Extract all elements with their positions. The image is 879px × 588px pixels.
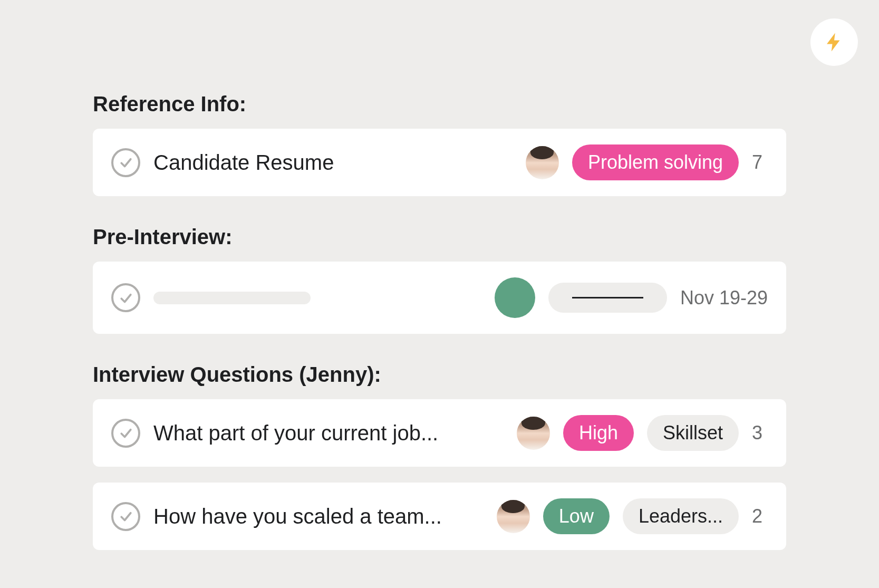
check-icon — [118, 425, 134, 441]
complete-task-checkbox[interactable] — [111, 419, 140, 448]
task-row[interactable]: Candidate Resume Problem solving 7 — [93, 129, 786, 196]
automation-fab[interactable] — [810, 18, 858, 66]
task-row[interactable]: How have you scaled a team... Low Leader… — [93, 483, 786, 550]
assignee-avatar[interactable] — [526, 146, 559, 179]
tag-pill[interactable]: Skillset — [647, 415, 739, 451]
subtask-count: 2 — [752, 505, 768, 527]
assignee-avatar[interactable] — [517, 417, 550, 450]
check-icon — [118, 290, 134, 306]
task-name: What part of your current job... — [153, 421, 504, 445]
task-name-placeholder — [153, 292, 311, 304]
subtask-count: 3 — [752, 422, 768, 444]
section-title-reference: Reference Info: — [93, 92, 786, 116]
task-row[interactable]: What part of your current job... High Sk… — [93, 399, 786, 467]
task-date-range: Nov 19-29 — [680, 287, 768, 309]
section-title-interview-questions: Interview Questions (Jenny): — [93, 363, 786, 387]
tag-pill[interactable]: Problem solving — [572, 144, 739, 180]
tag-pill[interactable]: Leaders... — [623, 498, 739, 534]
assignee-avatar[interactable] — [497, 500, 530, 533]
lightning-icon — [823, 31, 845, 53]
task-name: How have you scaled a team... — [153, 505, 484, 528]
complete-task-checkbox[interactable] — [111, 148, 140, 177]
priority-pill-low[interactable]: Low — [543, 498, 610, 534]
task-row[interactable]: Nov 19-29 — [93, 262, 786, 334]
check-icon — [118, 155, 134, 170]
check-icon — [118, 508, 134, 524]
priority-pill-high[interactable]: High — [563, 415, 634, 451]
complete-task-checkbox[interactable] — [111, 283, 140, 312]
placeholder-line — [572, 297, 643, 298]
task-name: Candidate Resume — [153, 151, 513, 175]
assignee-avatar[interactable] — [495, 277, 535, 318]
tag-pill-placeholder[interactable] — [548, 283, 667, 313]
section-title-preinterview: Pre-Interview: — [93, 225, 786, 249]
complete-task-checkbox[interactable] — [111, 502, 140, 531]
task-list-container: Reference Info: Candidate Resume Problem… — [93, 21, 786, 550]
subtask-count: 7 — [752, 151, 768, 173]
